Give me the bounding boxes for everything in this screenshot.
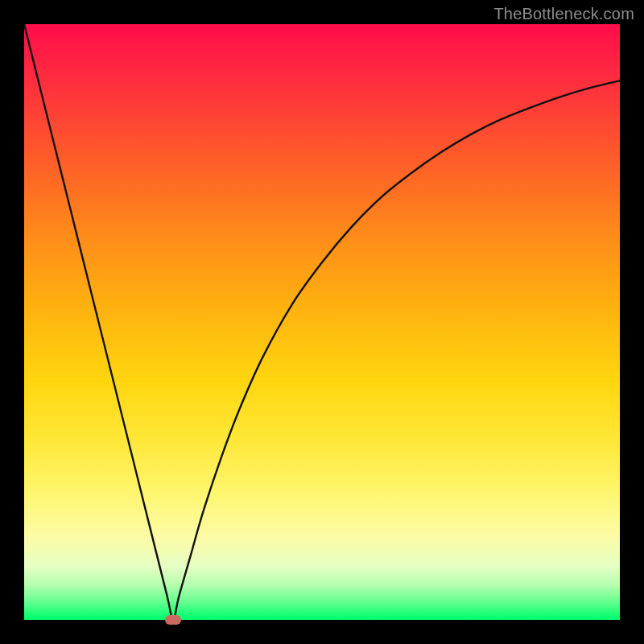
- watermark-text: TheBottleneck.com: [493, 5, 634, 23]
- minimum-marker: [165, 615, 181, 625]
- chart-frame: TheBottleneck.com: [0, 0, 644, 644]
- bottleneck-curve: [24, 24, 620, 620]
- plot-area: [24, 24, 620, 620]
